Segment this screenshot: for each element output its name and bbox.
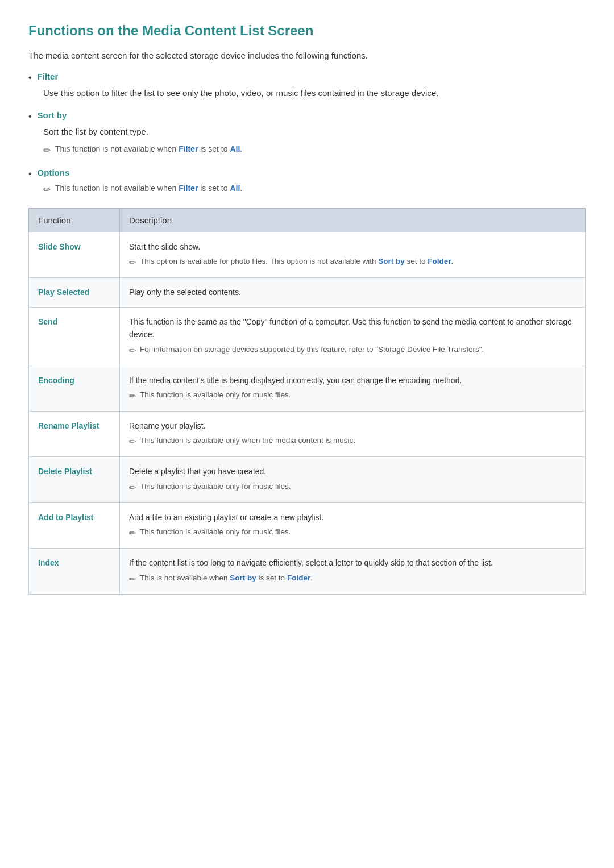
- sortby-description: Sort the list by content type.: [43, 125, 586, 139]
- all-highlight: All: [230, 144, 240, 153]
- table-row: Index If the content list is too long to…: [29, 549, 586, 594]
- filter-label: Filter: [38, 72, 59, 81]
- note-slideshow-text: This option is available for photo files…: [140, 255, 453, 268]
- func-rename-playlist: Rename Playlist: [29, 411, 120, 456]
- note-index: ✏ This is not available when Sort by is …: [129, 572, 576, 586]
- col-function: Function: [29, 209, 120, 232]
- note-delete: ✏ This function is available only for mu…: [129, 480, 576, 495]
- func-add-to-playlist: Add to Playlist: [29, 502, 120, 548]
- note-index-text: This is not available when Sort by is se…: [140, 572, 313, 584]
- note-icon-slideshow: ✏: [129, 256, 136, 269]
- note-icon-rename: ✏: [129, 435, 136, 448]
- table-header-row: Function Description: [29, 209, 586, 232]
- filter-highlight2: Filter: [179, 184, 198, 193]
- options-label: Options: [38, 168, 70, 177]
- note-add-text: This function is available only for musi…: [140, 526, 291, 538]
- note-rename: ✏ This function is available only when t…: [129, 434, 576, 448]
- sortby-section: • Sort by Sort the list by content type.…: [28, 110, 586, 157]
- note-send-text: For information on storage devices suppo…: [140, 343, 484, 356]
- options-section: • Options ✏ This function is not availab…: [28, 168, 586, 197]
- desc-slideshow: Start the slide show. ✏ This option is a…: [120, 232, 586, 278]
- desc-encoding-text: If the media content's title is being di…: [129, 376, 462, 385]
- desc-slideshow-text: Start the slide show.: [129, 242, 200, 251]
- sortby-label: Sort by: [38, 110, 67, 120]
- note-icon-send: ✏: [129, 344, 136, 358]
- sortby-note: ✏ This function is not available when Fi…: [43, 143, 586, 157]
- desc-delete-text: Delete a playlist that you have created.: [129, 467, 266, 476]
- func-encoding: Encoding: [29, 366, 120, 411]
- note-slideshow: ✏ This option is available for photo fil…: [129, 255, 576, 269]
- intro-paragraph: The media content screen for the selecte…: [28, 49, 586, 63]
- func-index: Index: [29, 549, 120, 594]
- func-slideshow: Slide Show: [29, 232, 120, 278]
- filter-section: • Filter Use this option to filter the l…: [28, 72, 586, 100]
- note-icon-sortby: ✏: [43, 144, 51, 157]
- func-send: Send: [29, 307, 120, 366]
- desc-index: If the content list is too long to navig…: [120, 549, 586, 594]
- note-icon-add: ✏: [129, 526, 136, 540]
- desc-send-text: This function is the same as the "Copy" …: [129, 317, 572, 339]
- table-row: Send This function is the same as the "C…: [29, 307, 586, 366]
- table-row: Rename Playlist Rename your playlist. ✏ …: [29, 411, 586, 456]
- desc-add-to-playlist: Add a file to an existing playlist or cr…: [120, 502, 586, 548]
- note-icon-encoding: ✏: [129, 389, 136, 403]
- all-highlight2: All: [230, 184, 240, 193]
- folder-strong: Folder: [428, 257, 451, 265]
- filter-highlight: Filter: [179, 144, 198, 153]
- desc-play-selected-text: Play only the selected contents.: [129, 288, 241, 297]
- col-description: Description: [120, 209, 586, 232]
- bullet-dot-filter: •: [28, 73, 32, 83]
- note-icon-index: ✏: [129, 572, 136, 586]
- table-row: Slide Show Start the slide show. ✏ This …: [29, 232, 586, 278]
- note-encoding-text: This function is available only for musi…: [140, 389, 291, 401]
- bullet-dot-sortby: •: [28, 111, 32, 122]
- note-icon-options: ✏: [43, 183, 51, 197]
- table-row: Encoding If the media content's title is…: [29, 366, 586, 411]
- desc-encoding: If the media content's title is being di…: [120, 366, 586, 411]
- note-send: ✏ For information on storage devices sup…: [129, 343, 576, 358]
- bullet-dot-options: •: [28, 169, 32, 179]
- table-row: Delete Playlist Delete a playlist that y…: [29, 457, 586, 502]
- desc-rename-text: Rename your playlist.: [129, 421, 206, 430]
- table-row: Add to Playlist Add a file to an existin…: [29, 502, 586, 548]
- sortby-note-text: This function is not available when Filt…: [55, 143, 242, 155]
- note-add: ✏ This function is available only for mu…: [129, 526, 576, 540]
- sortby-strong: Sort by: [378, 257, 405, 265]
- desc-send: This function is the same as the "Copy" …: [120, 307, 586, 366]
- desc-index-text: If the content list is too long to navig…: [129, 558, 493, 567]
- note-rename-text: This function is available only when the…: [140, 434, 355, 447]
- note-icon-delete: ✏: [129, 481, 136, 495]
- note-encoding: ✏ This function is available only for mu…: [129, 389, 576, 403]
- desc-rename-playlist: Rename your playlist. ✏ This function is…: [120, 411, 586, 456]
- folder-strong2: Folder: [287, 574, 310, 582]
- desc-delete-playlist: Delete a playlist that you have created.…: [120, 457, 586, 502]
- table-row: Play Selected Play only the selected con…: [29, 278, 586, 307]
- func-play-selected: Play Selected: [29, 278, 120, 307]
- functions-table: Function Description Slide Show Start th…: [28, 208, 586, 595]
- page-title: Functions on the Media Content List Scre…: [28, 23, 586, 39]
- note-delete-text: This function is available only for musi…: [140, 480, 291, 493]
- options-note-text: This function is not available when Filt…: [55, 182, 242, 194]
- func-delete-playlist: Delete Playlist: [29, 457, 120, 502]
- options-note: ✏ This function is not available when Fi…: [43, 182, 586, 197]
- desc-add-text: Add a file to an existing playlist or cr…: [129, 513, 323, 522]
- sortby-strong2: Sort by: [230, 574, 256, 582]
- filter-description: Use this option to filter the list to se…: [43, 86, 586, 100]
- desc-play-selected: Play only the selected contents.: [120, 278, 586, 307]
